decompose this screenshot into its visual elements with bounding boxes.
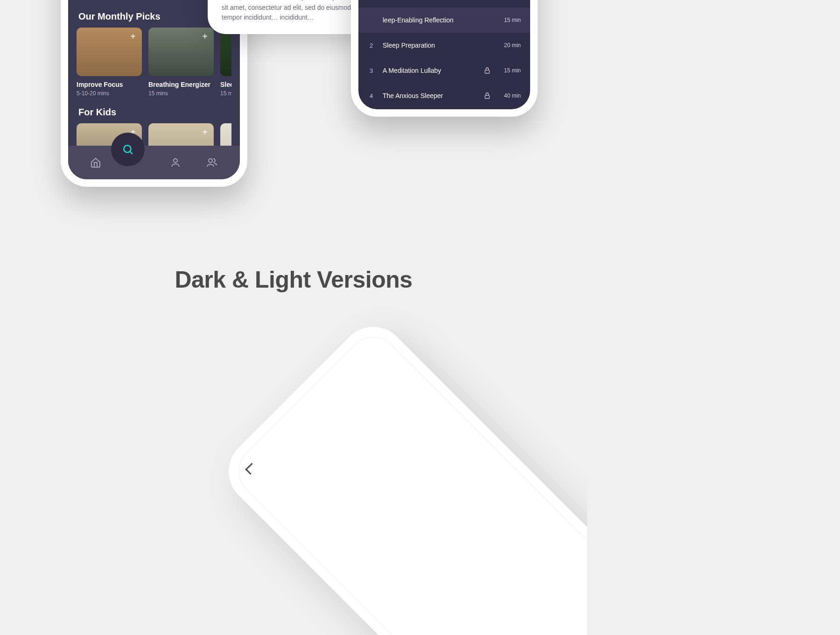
signal-icon <box>245 463 257 474</box>
svg-point-3 <box>209 159 212 162</box>
track-name: Sleep Preparation <box>383 42 491 49</box>
card-title: Improve Focus <box>77 81 142 88</box>
track-name: leep-Enabling Reflection <box>383 16 491 24</box>
track-row[interactable]: 3A Meditation Lullaby15 min <box>358 58 530 83</box>
lock-icon <box>483 67 491 74</box>
track-row[interactable]: 4The Anxious Sleeper40 min <box>358 83 530 108</box>
track-duration: 40 min <box>498 92 521 99</box>
phone-screen <box>228 326 587 635</box>
search-button[interactable] <box>111 133 145 166</box>
card-title: Sleep- <box>220 81 231 88</box>
card-duration: 15 mins <box>148 90 214 97</box>
card-duration: 15 mins <box>220 90 231 97</box>
track-number: 4 <box>370 92 375 99</box>
card-improve-focus[interactable]: + Improve Focus 5-10-20 mins <box>77 28 142 97</box>
card-duration: 5-10-20 mins <box>77 90 142 97</box>
user-icon[interactable] <box>170 157 181 168</box>
card-title: Breathing Energizer <box>148 81 214 88</box>
track-duration: 15 min <box>498 67 521 74</box>
section-headline: Dark & Light Versions <box>0 266 587 293</box>
card-thumbnail: + <box>220 28 231 76</box>
section-title-for-kids: For Kids <box>78 107 231 118</box>
plus-icon[interactable]: + <box>128 31 138 42</box>
track-duration: 20 min <box>498 42 521 49</box>
track-number: 2 <box>370 42 375 49</box>
cards-row-monthly: + Improve Focus 5-10-20 mins + Breathing… <box>77 28 231 97</box>
phone-screen: leep-Enabling Reflection15 min2Sleep Pre… <box>358 0 530 109</box>
card-breathing-energizer[interactable]: + Breathing Energizer 15 mins <box>148 28 214 97</box>
svg-rect-4 <box>485 70 489 73</box>
svg-point-0 <box>124 145 131 152</box>
track-duration: 15 min <box>498 17 521 23</box>
track-row[interactable]: leep-Enabling Reflection15 min <box>358 7 530 33</box>
track-name: The Anxious Sleeper <box>383 92 476 99</box>
card-thumbnail: + <box>148 28 214 76</box>
plus-icon[interactable]: + <box>200 127 210 137</box>
plus-icon[interactable]: + <box>200 31 210 42</box>
svg-point-2 <box>174 159 177 162</box>
home-icon[interactable] <box>90 157 101 168</box>
svg-rect-5 <box>485 95 489 99</box>
phone-mockup-rotated <box>215 313 587 635</box>
description-text: ad elit, sed do eiusmod tempor lorem ips… <box>222 0 366 23</box>
bottom-nav <box>68 146 240 179</box>
track-number: 3 <box>370 67 375 74</box>
phone-mockup-tracklist: leep-Enabling Reflection15 min2Sleep Pre… <box>351 0 538 117</box>
track-row[interactable]: 2Sleep Preparation20 min <box>358 33 530 58</box>
svg-line-1 <box>130 151 132 154</box>
track-name: A Meditation Lullaby <box>383 67 476 74</box>
card-sleep[interactable]: + Sleep- 15 mins <box>220 28 231 97</box>
users-icon[interactable] <box>206 157 218 168</box>
card-thumbnail: + <box>77 28 142 76</box>
lock-icon <box>483 92 491 99</box>
